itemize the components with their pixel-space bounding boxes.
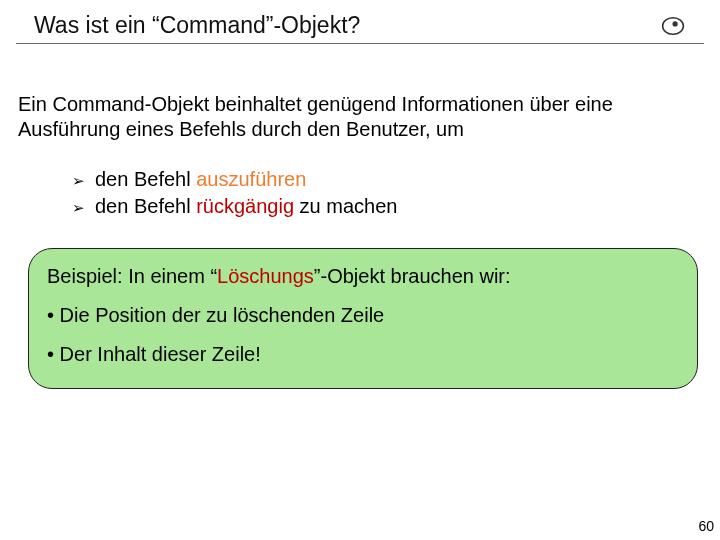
svg-point-1	[672, 21, 677, 26]
slide-header: Was ist ein “Command”-Objekt?	[16, 0, 704, 44]
bullet-list: ➢ den Befehl auszuführen ➢ den Befehl rü…	[0, 142, 720, 220]
example-heading: Beispiel: In einem “Löschungs”-Objekt br…	[47, 265, 679, 288]
bullet-item: ➢ den Befehl rückgängig zu machen	[72, 193, 720, 220]
chevron-right-icon: ➢	[72, 171, 85, 191]
bullet-text: den Befehl rückgängig zu machen	[95, 193, 397, 220]
example-item: • Der Inhalt dieser Zeile!	[47, 343, 679, 366]
bullet-text: den Befehl auszuführen	[95, 166, 306, 193]
bullet-item: ➢ den Befehl auszuführen	[72, 166, 720, 193]
slide-title: Was ist ein “Command”-Objekt?	[34, 12, 360, 39]
logo-icon	[660, 13, 686, 39]
page-number: 60	[698, 518, 714, 534]
example-item: • Die Position der zu löschenden Zeile	[47, 304, 679, 327]
svg-point-0	[663, 17, 684, 34]
example-callout: Beispiel: In einem “Löschungs”-Objekt br…	[28, 248, 698, 389]
chevron-right-icon: ➢	[72, 198, 85, 218]
intro-paragraph: Ein Command-Objekt beinhaltet genügend I…	[0, 44, 720, 142]
